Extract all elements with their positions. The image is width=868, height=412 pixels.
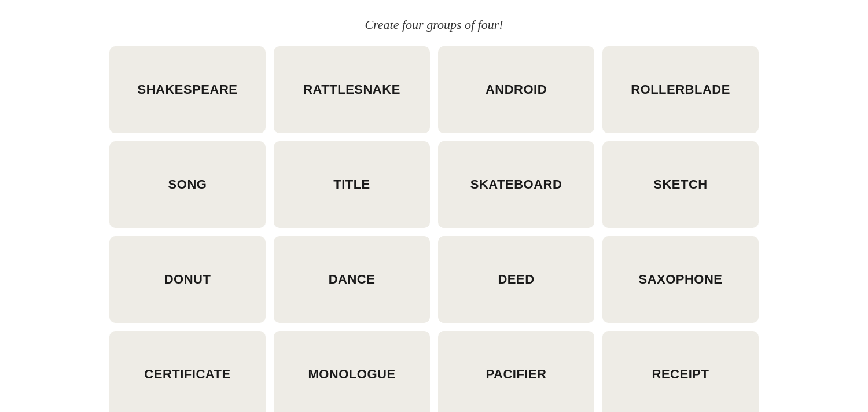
tile-label-monologue: MONOLOGUE (302, 361, 401, 388)
tile-label-receipt: RECEIPT (646, 361, 715, 388)
tile-label-deed: DEED (492, 266, 540, 293)
game-subtitle: Create four groups of four! (365, 17, 503, 32)
tile-sketch[interactable]: SKETCH (602, 141, 759, 228)
tile-song[interactable]: SONG (109, 141, 266, 228)
tile-label-dance: DANCE (323, 266, 381, 293)
tile-rattlesnake[interactable]: RATTLESNAKE (274, 46, 430, 133)
tile-skateboard[interactable]: SKATEBOARD (438, 141, 594, 228)
tile-monologue[interactable]: MONOLOGUE (274, 331, 430, 412)
game-grid: SHAKESPEARERATTLESNAKEANDROIDROLLERBLADE… (109, 46, 759, 412)
tile-label-song: SONG (163, 171, 213, 198)
tile-label-title: TITLE (328, 171, 376, 198)
tile-saxophone[interactable]: SAXOPHONE (602, 236, 759, 323)
tile-label-skateboard: SKATEBOARD (465, 171, 568, 198)
tile-donut[interactable]: DONUT (109, 236, 266, 323)
tile-label-sketch: SKETCH (648, 171, 713, 198)
tile-pacifier[interactable]: PACIFIER (438, 331, 594, 412)
tile-label-saxophone: SAXOPHONE (632, 266, 728, 293)
tile-deed[interactable]: DEED (438, 236, 594, 323)
tile-label-android: ANDROID (480, 76, 553, 103)
tile-label-donut: DONUT (159, 266, 217, 293)
tile-receipt[interactable]: RECEIPT (602, 331, 759, 412)
tile-label-pacifier: PACIFIER (480, 361, 552, 388)
tile-label-rollerblade: ROLLERBLADE (625, 76, 736, 103)
tile-label-certificate: CERTIFICATE (138, 361, 236, 388)
tile-title[interactable]: TITLE (274, 141, 430, 228)
tile-shakespeare[interactable]: SHAKESPEARE (109, 46, 266, 133)
tile-label-shakespeare: SHAKESPEARE (132, 76, 244, 103)
tile-rollerblade[interactable]: ROLLERBLADE (602, 46, 759, 133)
tile-certificate[interactable]: CERTIFICATE (109, 331, 266, 412)
tile-label-rattlesnake: RATTLESNAKE (297, 76, 406, 103)
tile-dance[interactable]: DANCE (274, 236, 430, 323)
tile-android[interactable]: ANDROID (438, 46, 594, 133)
